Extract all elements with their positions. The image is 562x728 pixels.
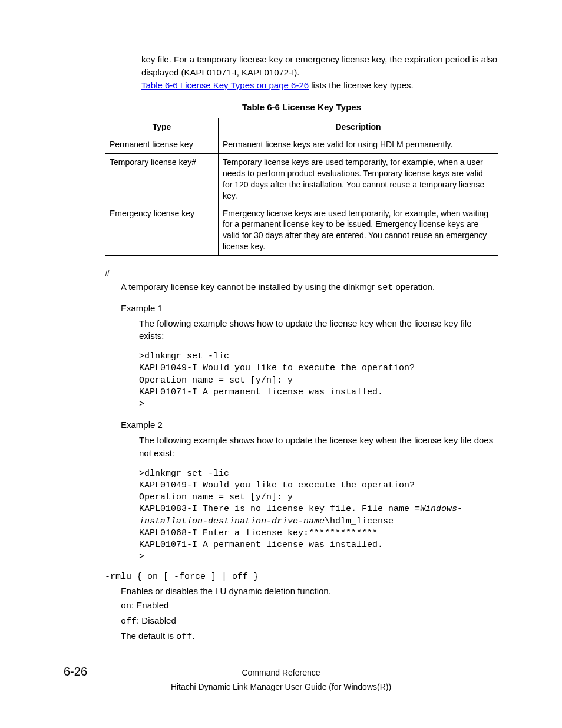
option-off: off: Disabled bbox=[121, 614, 498, 629]
table-row: Emergency license key Emergency license … bbox=[105, 205, 498, 256]
license-key-table: Type Description Permanent license key P… bbox=[105, 118, 498, 256]
example-2-title: Example 2 bbox=[121, 419, 498, 431]
hash-note: # A temporary license key cannot be inst… bbox=[105, 268, 498, 295]
hash-text: A temporary license key cannot be instal… bbox=[121, 281, 498, 295]
default-pre: The default is bbox=[121, 631, 176, 641]
example-1-code: >dlnkmgr set -lic KAPL01049-I Would you … bbox=[139, 351, 498, 410]
hash-pre: A temporary license key cannot be instal… bbox=[121, 282, 377, 292]
example-2-code: >dlnkmgr set -lic KAPL01049-I Would you … bbox=[139, 468, 498, 564]
off-code: off bbox=[121, 617, 137, 627]
guide-name: Hitachi Dynamic Link Manager User Guide … bbox=[64, 680, 498, 691]
option-syntax: -rmlu { on [ -force ] | off } bbox=[105, 572, 498, 582]
intro-paragraph: key file. For a temporary license key or… bbox=[141, 53, 498, 91]
option-desc: Enables or disables the LU dynamic delet… bbox=[121, 584, 498, 598]
hash-post: operation. bbox=[393, 282, 435, 292]
option-on: on: Enabled bbox=[121, 598, 498, 614]
example-1-desc: The following example shows how to updat… bbox=[139, 317, 498, 343]
intro-line1: key file. For a temporary license key or… bbox=[141, 54, 497, 77]
default-code: off bbox=[176, 632, 192, 642]
hash-mark: # bbox=[105, 268, 498, 278]
table-header-row: Type Description bbox=[105, 118, 498, 136]
hash-code: set bbox=[377, 283, 393, 293]
cell-type: Temporary license key# bbox=[105, 154, 219, 205]
col-header-desc: Description bbox=[219, 118, 498, 136]
intro-line2-rest: lists the license key types. bbox=[309, 80, 414, 90]
table-row: Permanent license key Permanent license … bbox=[105, 136, 498, 154]
on-code: on bbox=[121, 601, 131, 611]
section-name: Command Reference bbox=[87, 668, 475, 677]
option-default: The default is off. bbox=[121, 629, 498, 644]
off-text: : Disabled bbox=[137, 615, 176, 625]
example-1: Example 1 The following example shows ho… bbox=[121, 302, 498, 411]
page-footer: 6-26 Command Reference 6-26 Hitachi Dyna… bbox=[0, 665, 562, 691]
col-header-type: Type bbox=[105, 118, 219, 136]
cell-desc: Permanent license keys are valid for usi… bbox=[219, 136, 498, 154]
cell-type: Permanent license key bbox=[105, 136, 219, 154]
example-1-title: Example 1 bbox=[121, 302, 498, 315]
example-2: Example 2 The following example shows ho… bbox=[121, 419, 498, 563]
table-title: Table 6-6 License Key Types bbox=[105, 102, 498, 112]
default-post: . bbox=[192, 631, 194, 641]
cell-type: Emergency license key bbox=[105, 205, 219, 256]
option-section: -rmlu { on [ -force ] | off } Enables or… bbox=[121, 572, 498, 644]
link-table-ref[interactable]: Table 6-6 License Key Types on page 6-26 bbox=[141, 80, 309, 90]
cell-desc: Emergency license keys are used temporar… bbox=[219, 205, 498, 256]
table-row: Temporary license key# Temporary license… bbox=[105, 154, 498, 205]
example-2-desc: The following example shows how to updat… bbox=[139, 434, 498, 460]
on-text: : Enabled bbox=[131, 600, 168, 610]
page-number: 6-26 bbox=[64, 665, 87, 678]
cell-desc: Temporary license keys are used temporar… bbox=[219, 154, 498, 205]
